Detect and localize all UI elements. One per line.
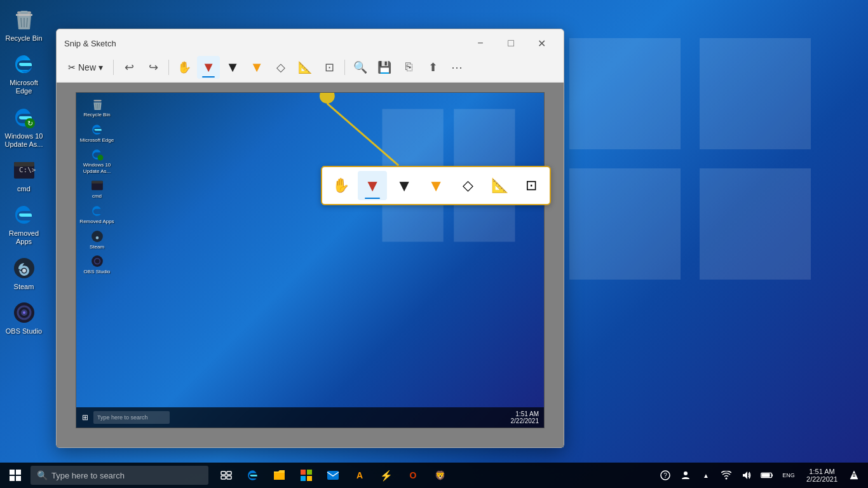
svg-rect-19 (454, 109, 515, 170)
undo-button[interactable]: ↩ (118, 56, 140, 79)
tray-chevron-icon[interactable]: ▲ (697, 463, 715, 488)
redo-button[interactable]: ↪ (142, 56, 165, 79)
floating-toolbar: ✋ ▼ ▼ ▼ ◇ 📐 (321, 166, 551, 205)
zoom-icon: 🔍 (353, 60, 367, 74)
share-button[interactable]: ⬆ (421, 56, 444, 79)
obs-label: OBS Studio (6, 327, 42, 336)
crop-button[interactable]: ⊡ (318, 56, 341, 79)
win-update-label: Windows 10 Update As... (4, 132, 44, 149)
ft-pen-yellow-button[interactable]: ▼ (421, 171, 451, 200)
svg-point-28 (92, 255, 103, 267)
ruler-button[interactable]: 📐 (294, 56, 316, 79)
desktop-icon-cmd[interactable]: C:\>_ cmd (1, 154, 47, 197)
ft-eraser-button[interactable]: ◇ (453, 171, 482, 200)
taskbar-hype-icon[interactable]: ⚡ (374, 463, 399, 488)
ft-ruler-button[interactable]: 📐 (485, 171, 514, 200)
window-content: Recycle Bin Microsoft Edge (57, 83, 564, 447)
taskbar-store-icon[interactable] (294, 463, 319, 488)
ft-pen-red-icon: ▼ (364, 176, 381, 196)
inner-search-text: Type here to search (97, 414, 148, 421)
desktop: Recycle Bin Microsoft Edge (0, 0, 868, 488)
copy-icon: ⎘ (405, 60, 412, 74)
pen-black-button[interactable]: ▼ (221, 56, 244, 79)
svg-text:?: ? (663, 472, 667, 479)
desktop-icon-win-update[interactable]: ↻ Windows 10 Update As... (1, 101, 47, 152)
taskview-button[interactable] (214, 463, 239, 488)
maximize-button[interactable]: □ (496, 34, 526, 52)
search-placeholder-text: Type here to search (51, 471, 125, 480)
ft-ruler-icon: 📐 (491, 177, 508, 194)
svg-rect-3 (700, 168, 811, 280)
touch-draw-button[interactable]: ✋ (173, 56, 196, 79)
edge-icon (11, 51, 37, 77)
share-icon: ⬆ (428, 60, 438, 74)
copy-button[interactable]: ⎘ (397, 56, 420, 79)
desktop-icon-edge[interactable]: Microsoft Edge (1, 48, 47, 99)
ft-crop-button[interactable]: ⊡ (517, 171, 546, 200)
svg-rect-37 (227, 471, 231, 475)
inner-recycle-bin: Recycle Bin (78, 95, 116, 120)
pen-red-icon: ▼ (201, 59, 215, 76)
taskbar-amazon-icon[interactable]: A (347, 463, 372, 488)
taskbar-edge-icon[interactable] (240, 463, 266, 488)
tray-help-icon[interactable]: ? (656, 463, 674, 488)
eraser-icon: ◇ (276, 60, 285, 74)
close-button[interactable]: ✕ (527, 34, 556, 52)
new-label: New (78, 62, 96, 72)
svg-rect-2 (569, 168, 681, 280)
tray-notification-icon[interactable] (845, 463, 863, 488)
desktop-icon-recycle-bin[interactable]: Recycle Bin (1, 3, 47, 46)
recycle-bin-label: Recycle Bin (5, 34, 42, 43)
touch-draw-icon: ✋ (177, 60, 191, 74)
removed-apps-icon (11, 202, 37, 227)
tray-wifi-icon[interactable] (717, 463, 735, 488)
tray-language-icon[interactable]: ENG (778, 463, 799, 488)
ft-pen-red-button[interactable]: ▼ (358, 171, 387, 200)
eraser-button[interactable]: ◇ (269, 56, 292, 79)
ft-touch-button[interactable]: ✋ (326, 171, 355, 200)
more-button[interactable]: ⋯ (445, 56, 468, 79)
pen-black-icon: ▼ (226, 59, 240, 76)
svg-rect-36 (221, 471, 226, 475)
redo-icon: ↪ (149, 60, 158, 74)
new-button[interactable]: ✂ New ▾ (62, 56, 109, 79)
toolbar-sep-1 (113, 60, 114, 75)
save-button[interactable]: 💾 (373, 56, 396, 79)
search-icon: 🔍 (37, 470, 48, 480)
window-titlebar: Snip & Sketch − □ ✕ (57, 29, 564, 52)
save-icon: 💾 (377, 60, 391, 74)
minimize-button[interactable]: − (466, 34, 495, 52)
taskbar-folder-icon[interactable] (267, 463, 292, 488)
svg-point-17 (23, 311, 25, 314)
taskbar-mail-icon[interactable] (320, 463, 346, 488)
inner-win-update: Windows 10 Update As... (78, 145, 116, 176)
cmd-label: cmd (17, 185, 31, 193)
pen-yellow-button[interactable]: ▼ (245, 56, 268, 79)
svg-rect-32 (10, 470, 15, 475)
svg-rect-51 (762, 473, 770, 477)
pen-red-button[interactable]: ▼ (197, 56, 220, 79)
steam-label: Steam (14, 283, 34, 291)
tray-battery-icon[interactable] (758, 463, 776, 488)
svg-point-48 (726, 478, 728, 480)
ft-pen-black-button[interactable]: ▼ (390, 171, 419, 200)
tray-volume-icon[interactable] (738, 463, 756, 488)
desktop-icon-obs[interactable]: OBS Studio (1, 296, 47, 339)
svg-rect-35 (16, 476, 21, 481)
svg-rect-50 (771, 474, 773, 477)
tray-people-icon[interactable] (677, 463, 695, 488)
taskbar-office-icon[interactable]: O (400, 463, 426, 488)
svg-rect-42 (301, 476, 306, 481)
svg-rect-39 (227, 476, 231, 479)
taskbar-brave-icon[interactable]: 🦁 (427, 463, 452, 488)
svg-text:C:\>_: C:\>_ (19, 166, 36, 174)
taskbar-search[interactable]: 🔍 Type here to search (31, 466, 208, 485)
desktop-icon-removed-apps[interactable]: Removed Apps (1, 198, 47, 250)
svg-rect-25 (92, 181, 103, 184)
desktop-icon-steam[interactable]: Steam (1, 252, 47, 295)
zoom-button[interactable]: 🔍 (349, 56, 372, 79)
tray-clock[interactable]: 1:51 AM 2/22/2021 (801, 463, 843, 488)
start-button[interactable] (3, 463, 28, 488)
clock-time: 1:51 AM (809, 468, 834, 475)
inner-removed-apps: Removed Apps (78, 201, 116, 227)
